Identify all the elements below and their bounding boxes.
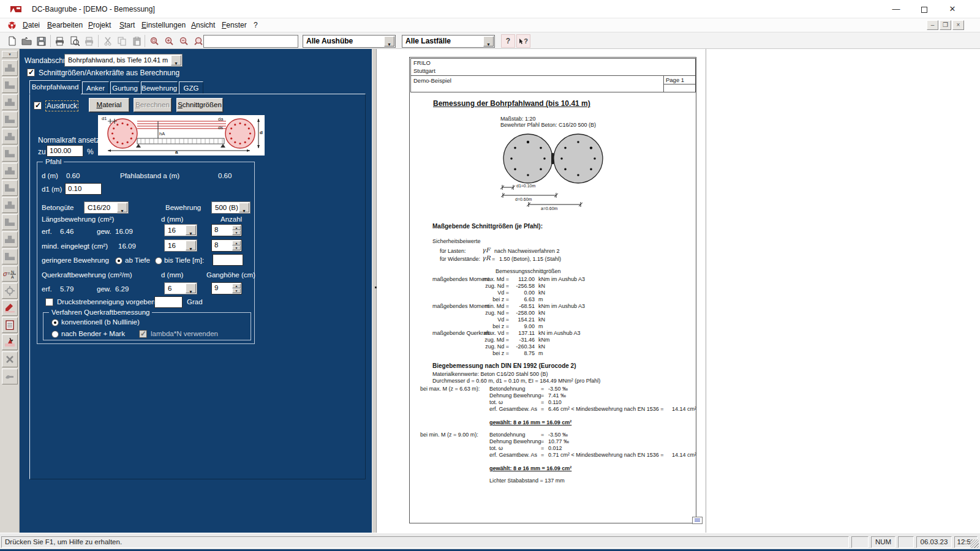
dropdown-arrow-icon[interactable] bbox=[186, 225, 196, 235]
dropdown-arrow-icon[interactable] bbox=[186, 241, 196, 250]
aushub-filter-combo[interactable]: Alle Aushübe bbox=[303, 35, 396, 48]
menu-fenster[interactable]: Fenster bbox=[216, 18, 252, 32]
spin-up-button[interactable] bbox=[232, 241, 241, 246]
cut-button[interactable] bbox=[100, 34, 115, 48]
mdi-close-button[interactable]: × bbox=[952, 20, 964, 30]
zoom-in-button[interactable] bbox=[162, 34, 176, 48]
stage-tool-button-9[interactable] bbox=[2, 197, 18, 213]
open-file-button[interactable] bbox=[20, 34, 34, 48]
delete-tool-button[interactable] bbox=[2, 351, 18, 367]
menu-einstellungen[interactable]: Einstellungen bbox=[136, 18, 191, 32]
dropdown-arrow-icon[interactable] bbox=[186, 283, 196, 293]
copy-icon bbox=[118, 37, 127, 46]
mind-d-combo[interactable]: 16 bbox=[164, 239, 197, 252]
maximize-button[interactable] bbox=[910, 0, 938, 18]
settings-tool-button[interactable] bbox=[2, 283, 18, 299]
biege-row: erf. Gesamtbew. As=0.71 cm² < Mindestbew… bbox=[410, 452, 696, 459]
mdi-minimize-button[interactable]: – bbox=[927, 20, 938, 30]
wandabschnitt-combo[interactable]: Bohrpfahlwand, bis Tiefe 10.41 m bbox=[64, 54, 183, 67]
tab-anker[interactable]: Anker bbox=[82, 81, 109, 94]
spin-up-button[interactable] bbox=[232, 225, 241, 230]
spin-down-button[interactable] bbox=[232, 288, 241, 293]
material-button[interactable]: Material bbox=[89, 98, 129, 112]
tab-bohrpfahlwand[interactable]: Bohrpfahlwand bbox=[29, 80, 81, 94]
new-file-button[interactable] bbox=[5, 34, 19, 48]
stage-tool-button-6[interactable] bbox=[2, 146, 18, 162]
betonguete-combo[interactable]: C16/20 bbox=[84, 201, 129, 214]
bewehrung-combo[interactable]: 500 (B) bbox=[211, 201, 251, 214]
context-help-button[interactable]: ? bbox=[516, 34, 530, 48]
laengs-d-combo[interactable]: 16 bbox=[164, 224, 197, 236]
help-button[interactable]: ? bbox=[501, 34, 515, 48]
dimension-edit-button[interactable] bbox=[2, 300, 18, 316]
report-button[interactable] bbox=[2, 317, 18, 333]
bis-tiefe-radio[interactable] bbox=[155, 257, 162, 264]
toolbar-separator bbox=[98, 35, 99, 47]
moment-normalforce-button[interactable]: σ=NA bbox=[2, 266, 18, 282]
construction-stage-icon bbox=[5, 184, 15, 192]
konventionell-radio[interactable] bbox=[51, 319, 59, 326]
menu-bearbeiten[interactable]: Bearbeiten bbox=[42, 18, 88, 32]
zoom-out-button[interactable] bbox=[176, 34, 190, 48]
bender-mark-radio[interactable] bbox=[51, 331, 59, 338]
ausdruck-checkbox[interactable] bbox=[34, 102, 42, 110]
tab-gurtung[interactable]: Gurtung bbox=[110, 81, 140, 94]
tab-gzg[interactable]: GZG bbox=[179, 81, 203, 94]
stage-tool-button-11[interactable] bbox=[2, 231, 18, 247]
dropdown-arrow-icon[interactable] bbox=[117, 203, 127, 212]
ganghoehe-spinner[interactable]: 9 bbox=[211, 282, 242, 294]
print-setup-button[interactable] bbox=[82, 34, 96, 48]
stage-tool-button-2[interactable] bbox=[2, 77, 18, 93]
close-button[interactable]: ✕ bbox=[938, 0, 967, 18]
print-button[interactable] bbox=[53, 34, 67, 48]
quer-d-combo[interactable]: 6 bbox=[164, 282, 197, 294]
dropdown-arrow-icon[interactable] bbox=[483, 36, 494, 47]
menu-ansicht[interactable]: Ansicht bbox=[186, 18, 221, 32]
spin-down-button[interactable] bbox=[232, 230, 241, 235]
mdi-restore-button[interactable]: ❐ bbox=[940, 20, 951, 30]
dropdown-arrow-icon[interactable] bbox=[171, 55, 181, 66]
lambda-n-checkbox[interactable] bbox=[139, 330, 147, 338]
print-preview-button[interactable] bbox=[67, 34, 81, 48]
druckstreben-input[interactable] bbox=[154, 296, 183, 308]
stage-tool-button-5[interactable] bbox=[2, 129, 18, 144]
mind-anzahl-spinner[interactable]: 8 bbox=[211, 239, 242, 252]
ab-tiefe-radio[interactable] bbox=[115, 257, 123, 264]
zoom-window-button[interactable] bbox=[147, 34, 161, 48]
schnittgroessen-checkbox[interactable] bbox=[27, 69, 35, 77]
menu-hilfe[interactable]: ? bbox=[248, 18, 263, 32]
tab-bewehrung[interactable]: Bewehrung bbox=[141, 81, 178, 94]
spin-up-button[interactable] bbox=[232, 283, 241, 288]
page-number-box[interactable] bbox=[692, 517, 703, 524]
menu-projekt[interactable]: Projekt bbox=[83, 18, 116, 32]
schnittgroessen-button[interactable]: Schnittgrößen bbox=[176, 98, 223, 112]
wrench-tool-button[interactable] bbox=[2, 369, 18, 384]
berechnen-button[interactable]: Berechnen bbox=[134, 98, 172, 112]
stage-tool-button-12[interactable] bbox=[2, 249, 18, 264]
spin-down-button[interactable] bbox=[232, 246, 241, 250]
stage-tool-button-3[interactable] bbox=[2, 94, 18, 110]
stage-tool-button-1[interactable] bbox=[2, 60, 18, 76]
toolbar-input[interactable] bbox=[203, 35, 298, 48]
save-button[interactable] bbox=[34, 34, 48, 48]
laengs-anzahl-spinner[interactable]: 8 bbox=[211, 224, 242, 236]
d1-input[interactable]: 0.10 bbox=[65, 183, 102, 195]
stage-tool-button-10[interactable] bbox=[2, 214, 18, 230]
stage-tool-button-8[interactable] bbox=[2, 180, 18, 196]
druckstreben-checkbox[interactable] bbox=[45, 298, 53, 306]
paste-button[interactable] bbox=[130, 34, 144, 48]
normalkraft-input[interactable]: 100.00 bbox=[47, 145, 83, 157]
bis-tiefe-input[interactable] bbox=[213, 254, 243, 266]
dropdown-arrow-icon[interactable] bbox=[239, 203, 249, 212]
strip-scroll-button[interactable]: ▼ bbox=[2, 51, 18, 58]
new-file-icon bbox=[8, 36, 17, 46]
resize-grip[interactable] bbox=[970, 539, 979, 548]
minimize-button[interactable]: — bbox=[882, 0, 910, 18]
excavation-tool-button[interactable] bbox=[2, 334, 18, 350]
dropdown-arrow-icon[interactable] bbox=[384, 36, 394, 47]
lastfall-filter-combo[interactable]: Alle Lastfälle bbox=[402, 35, 495, 48]
panel-splitter[interactable] bbox=[372, 49, 377, 533]
stage-tool-button-4[interactable] bbox=[2, 111, 18, 127]
stage-tool-button-7[interactable] bbox=[2, 163, 18, 179]
copy-button[interactable] bbox=[115, 34, 129, 48]
